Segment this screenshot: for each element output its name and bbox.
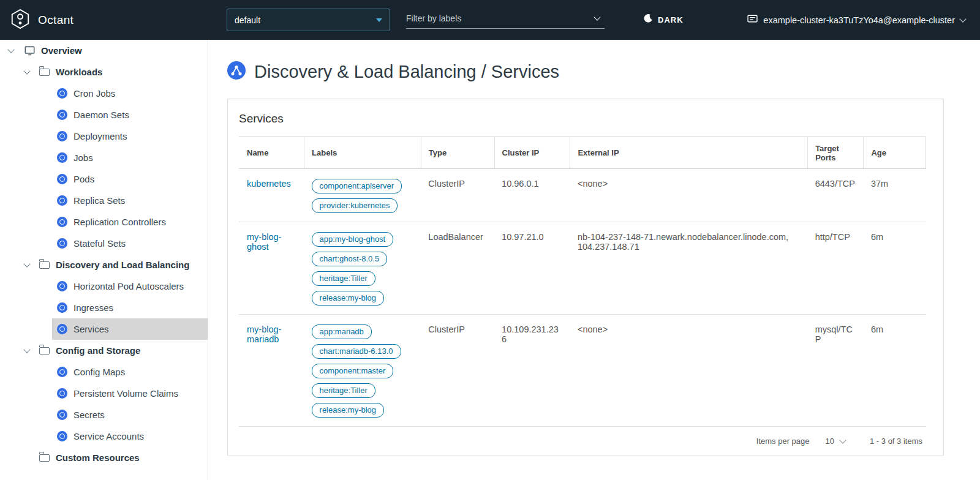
sidebar-item-replication-controllers[interactable]: Replication Controllers: [52, 211, 208, 233]
label-badge: chart:mariadb-6.13.0: [312, 344, 401, 359]
sidebar-item-services[interactable]: Services: [52, 318, 208, 340]
sidebar-item-daemon-sets[interactable]: Daemon Sets: [52, 104, 208, 126]
cell-name: my-blog-mariadb: [239, 315, 304, 427]
pagination-range: 1 - 3 of 3 items: [870, 437, 922, 446]
sidebar-item-label: Pods: [74, 174, 94, 184]
cell-external-ip: nb-104-237-148-71.newark.nodebalancer.li…: [570, 222, 808, 315]
services-card: Services Name Labels Type Cluster IP Ext…: [227, 99, 944, 456]
chevron-down-icon[interactable]: [23, 69, 31, 76]
label-badge: provider:kubernetes: [312, 198, 398, 213]
cell-labels: component:apiserver provider:kubernetes: [304, 169, 421, 222]
brand: Octant: [10, 0, 74, 40]
cell-target-ports: 6443/TCP: [808, 169, 864, 222]
main-content: Discovery & Load Balancing / Services Se…: [209, 40, 980, 480]
sidebar-item-service-accounts[interactable]: Service Accounts: [52, 426, 208, 447]
namespace-value: default: [235, 15, 260, 25]
sidebar-item-pods[interactable]: Pods: [52, 168, 208, 190]
column-header-labels: Labels: [304, 137, 421, 169]
sidebar-item-horizontal-pod-autoscalers[interactable]: Horizontal Pod Autoscalers: [52, 276, 208, 297]
label-badge: component:master: [312, 364, 394, 378]
replication-controllers-icon: [57, 217, 67, 227]
service-link[interactable]: my-blog-ghost: [247, 232, 281, 252]
cluster-icon: [747, 13, 758, 26]
cell-name: my-blog-ghost: [239, 222, 304, 315]
folder-icon: [39, 261, 50, 269]
persistent-volume-claims-icon: [57, 388, 67, 399]
label-badge: release:my-blog: [312, 291, 385, 306]
folder-icon: [39, 347, 50, 354]
chevron-down-icon[interactable]: [594, 13, 600, 20]
service-link[interactable]: kubernetes: [247, 179, 291, 189]
sidebar-item-replica-sets[interactable]: Replica Sets: [52, 190, 208, 211]
services-icon: [57, 324, 67, 334]
sidebar-group-label: Custom Resources: [56, 452, 140, 463]
namespace-select[interactable]: default: [227, 9, 390, 31]
sidebar-item-ingresses[interactable]: Ingresses: [52, 297, 208, 318]
cell-age: 6m: [864, 222, 926, 315]
column-header-name: Name: [239, 137, 304, 169]
daemon-sets-icon: [57, 110, 67, 120]
service-link[interactable]: my-blog-mariadb: [247, 324, 281, 344]
sidebar-item-label: Overview: [41, 45, 82, 56]
sidebar-item-overview[interactable]: Overview: [0, 40, 208, 61]
discovery-load-balancing-icon: [227, 61, 246, 82]
chevron-down-icon[interactable]: [23, 347, 31, 354]
sidebar-item-cron-jobs[interactable]: Cron Jobs: [52, 83, 208, 104]
chevron-down-icon[interactable]: [7, 47, 15, 54]
cell-external-ip: <none>: [570, 315, 808, 427]
sidebar-item-stateful-sets[interactable]: Stateful Sets: [52, 233, 208, 254]
column-header-target-ports: Target Ports: [808, 137, 864, 169]
jobs-icon: [57, 152, 67, 163]
horizontal-pod-autoscalers-icon: [57, 281, 67, 291]
theme-toggle-button[interactable]: DARK: [643, 13, 684, 26]
app-title: Octant: [38, 13, 74, 27]
sidebar-item-config-maps[interactable]: Config Maps: [52, 361, 208, 383]
cron-jobs-icon: [57, 88, 67, 99]
label-badge: app:mariadb: [312, 324, 372, 339]
table-row: my-blog-mariadb app:mariadb chart:mariad…: [239, 315, 926, 427]
sidebar-item-label: Cron Jobs: [74, 88, 115, 99]
sidebar-group-custom-resources[interactable]: Custom Resources: [0, 447, 208, 468]
sidebar-group-label: Config and Storage: [56, 345, 140, 356]
sidebar-item-deployments[interactable]: Deployments: [52, 126, 208, 147]
services-table: Name Labels Type Cluster IP External IP …: [239, 137, 926, 427]
sidebar-group-label: Workloads: [56, 67, 102, 77]
applications-icon: [24, 45, 35, 56]
deployments-icon: [57, 131, 67, 141]
label-badge: chart:ghost-8.0.5: [312, 252, 388, 266]
label-filter-input[interactable]: [406, 13, 578, 23]
ingresses-icon: [57, 302, 67, 313]
sidebar-group-label: Discovery and Load Balancing: [56, 260, 189, 270]
sidebar-item-label: Stateful Sets: [74, 238, 126, 249]
cluster-context-label: example-cluster-ka3TuTzYo4a@example-clus…: [763, 15, 955, 25]
sidebar-item-label: Service Accounts: [74, 431, 144, 441]
service-accounts-icon: [57, 431, 67, 441]
sidebar-item-label: Replication Controllers: [74, 217, 166, 227]
sidebar-item-jobs[interactable]: Jobs: [52, 147, 208, 168]
chevron-down-icon: [959, 15, 966, 22]
sidebar-group-discovery-and-load-balancing[interactable]: Discovery and Load Balancing: [0, 254, 208, 276]
pagination-bar: Items per page 10 1 - 3 of 3 items: [228, 427, 943, 456]
sidebar-item-label: Ingresses: [74, 302, 113, 313]
sidebar-group-workloads[interactable]: Workloads: [0, 61, 208, 83]
stateful-sets-icon: [57, 238, 67, 249]
table-row: kubernetes component:apiserver provider:…: [239, 169, 926, 222]
cell-age: 6m: [864, 315, 926, 427]
cluster-context-select[interactable]: example-cluster-ka3TuTzYo4a@example-clus…: [747, 13, 965, 26]
replica-sets-icon: [57, 195, 67, 206]
chevron-down-icon[interactable]: [23, 261, 31, 269]
label-badge: release:my-blog: [312, 403, 385, 418]
sidebar-item-secrets[interactable]: Secrets: [52, 404, 208, 426]
sidebar-item-label: Daemon Sets: [74, 110, 129, 120]
sidebar-group-config-and-storage[interactable]: Config and Storage: [0, 340, 208, 361]
moon-icon: [643, 13, 653, 26]
pods-icon: [57, 174, 67, 184]
sidebar-item-persistent-volume-claims[interactable]: Persistent Volume Claims: [52, 383, 208, 404]
octant-logo-icon: [10, 9, 31, 32]
label-badge: component:apiserver: [312, 179, 402, 193]
sidebar: Overview Workloads Cron Jobs Daemon Sets…: [0, 40, 208, 480]
sidebar-item-label: Secrets: [74, 410, 105, 420]
cell-labels: app:mariadb chart:mariadb-6.13.0 compone…: [304, 315, 421, 427]
items-per-page-select[interactable]: 10: [826, 437, 845, 446]
sidebar-item-label: Replica Sets: [74, 195, 125, 206]
